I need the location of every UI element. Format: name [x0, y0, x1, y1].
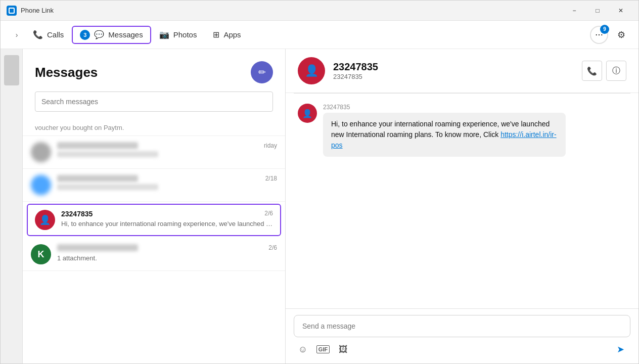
chat-contact-avatar: 👤: [298, 57, 325, 84]
gear-icon: ⚙: [617, 29, 625, 40]
minimize-button[interactable]: −: [563, 3, 586, 19]
app-icon: [7, 6, 17, 16]
avatar-letter: K: [38, 249, 44, 260]
chat-message-content: 23247835 Hi, to enhance your internation…: [323, 104, 566, 157]
message-item-top: 2/18: [57, 175, 277, 182]
app-title: Phone Link: [21, 7, 54, 14]
chat-contact-name: 23247835: [333, 61, 574, 73]
message-item-time: 2/6: [268, 244, 277, 251]
chat-message-row: 👤 23247835 Hi, to enhance your internati…: [298, 104, 626, 157]
message-item-name-blurred: [57, 244, 138, 251]
send-button[interactable]: ➤: [612, 341, 628, 357]
message-item-top: 23247835 2/6: [61, 210, 273, 218]
messages-icon: 💬: [94, 30, 104, 39]
avatar-icon: 👤: [39, 214, 51, 225]
chat-header-info: 23247835 23247835: [333, 61, 574, 80]
message-item-body: riday: [57, 142, 277, 157]
tab-calls[interactable]: 📞 Calls: [25, 21, 72, 49]
chat-messages: 👤 23247835 Hi, to enhance your internati…: [286, 94, 638, 308]
emoji-icon: ☺: [298, 344, 307, 355]
sidebar-icon-1: [4, 55, 19, 85]
message-item-body: 2/18: [57, 175, 277, 190]
tab-messages-label: Messages: [108, 30, 143, 39]
tab-apps-label: Apps: [223, 30, 241, 39]
info-icon: ⓘ: [612, 66, 620, 76]
message-item-time: 2/18: [265, 175, 277, 182]
emoji-button[interactable]: ☺: [296, 342, 310, 356]
message-item-top: 2/6: [57, 244, 277, 251]
tab-photos[interactable]: 📷 Photos: [151, 21, 205, 49]
app-window: Phone Link − □ ✕ › 📞 Calls 3 💬 Messa: [0, 0, 639, 364]
avatar: [31, 142, 51, 162]
settings-button[interactable]: ⚙: [612, 26, 630, 44]
message-item-text: Hi, to enhance your international roamin…: [61, 220, 273, 228]
tab-calls-label: Calls: [47, 30, 64, 39]
chat-call-button[interactable]: 📞: [582, 61, 602, 81]
message-item-time: 2/6: [264, 210, 273, 218]
compose-icon: ✏: [258, 67, 266, 78]
image-icon: 🖼: [339, 344, 348, 355]
message-input[interactable]: [294, 315, 630, 337]
message-item-name: 23247835: [61, 210, 93, 218]
image-button[interactable]: 🖼: [336, 342, 350, 356]
chat-input-actions: ☺ GIF 🖼 ➤: [294, 337, 630, 357]
list-item[interactable]: 2/18: [23, 169, 285, 202]
gif-icon: GIF: [316, 345, 330, 353]
calls-icon: 📞: [33, 30, 43, 39]
nav-back-chevron[interactable]: ›: [9, 27, 25, 43]
avatar: K: [31, 244, 51, 264]
search-input[interactable]: [35, 92, 273, 112]
chat-info-button[interactable]: ⓘ: [606, 61, 626, 81]
maximize-icon: □: [596, 7, 599, 14]
list-item[interactable]: K 2/6 1 attachment.: [23, 238, 285, 271]
list-item-active[interactable]: 👤 23247835 2/6 Hi, to enhance your inter…: [27, 204, 281, 236]
maximize-button[interactable]: □: [586, 3, 609, 19]
messages-title: Messages: [35, 65, 98, 80]
chat-message-sender: 23247835: [323, 104, 566, 111]
chat-message-bubble: Hi, to enhance your international roamin…: [323, 113, 566, 157]
close-icon: ✕: [618, 7, 623, 14]
avatar: 👤: [35, 210, 55, 230]
messages-panel: Messages ✏ voucher you bought on Paytm.: [23, 49, 286, 363]
title-bar-controls: − □ ✕: [563, 3, 632, 19]
message-snippet: voucher you bought on Paytm.: [23, 120, 285, 136]
chat-sender-avatar: 👤: [298, 104, 317, 123]
avatar: [31, 175, 51, 195]
tab-photos-label: Photos: [173, 30, 197, 39]
minimize-icon: −: [572, 7, 576, 14]
message-item-name-blurred: [57, 142, 138, 149]
tab-messages[interactable]: 3 💬 Messages: [72, 26, 151, 44]
message-item-name-blurred: [57, 175, 138, 182]
gif-button[interactable]: GIF: [316, 342, 330, 356]
chat-header: 👤 23247835 23247835 📞 ⓘ: [286, 49, 638, 93]
tab-apps[interactable]: ⊞ Apps: [205, 21, 249, 49]
message-item-text-blurred: [57, 184, 158, 190]
chat-header-actions: 📞 ⓘ: [582, 61, 626, 81]
app-icon-inner: [9, 8, 15, 14]
notification-button[interactable]: ⋯ 9: [590, 26, 608, 44]
message-item-text: 1 attachment.: [57, 254, 97, 262]
message-item-top: riday: [57, 142, 277, 149]
title-bar: Phone Link − □ ✕: [1, 1, 638, 21]
close-button[interactable]: ✕: [609, 3, 632, 19]
sender-avatar-icon: 👤: [302, 109, 312, 118]
nav-bar: › 📞 Calls 3 💬 Messages 📷 Photos ⊞ Apps ⋯…: [1, 21, 638, 49]
send-icon: ➤: [617, 344, 624, 355]
chat-input-area: ☺ GIF 🖼 ➤: [286, 308, 638, 363]
search-box: [35, 92, 273, 112]
chevron-right-icon: ›: [16, 31, 18, 39]
phone-icon: 📞: [587, 66, 597, 76]
chat-avatar-icon: 👤: [305, 64, 318, 77]
message-item-body: 2/6 1 attachment.: [57, 244, 277, 262]
notification-badge: 9: [600, 25, 609, 34]
messages-header: Messages ✏: [23, 49, 285, 92]
message-item-time: riday: [264, 142, 277, 149]
compose-button[interactable]: ✏: [251, 61, 273, 83]
messages-badge: 3: [80, 30, 90, 40]
title-bar-left: Phone Link: [7, 6, 563, 16]
sidebar-strip: [1, 49, 23, 363]
nav-right: ⋯ 9 ⚙: [590, 26, 630, 44]
message-item-text-blurred: [57, 151, 158, 157]
chat-panel: 👤 23247835 23247835 📞 ⓘ: [286, 49, 638, 363]
list-item[interactable]: riday: [23, 136, 285, 169]
